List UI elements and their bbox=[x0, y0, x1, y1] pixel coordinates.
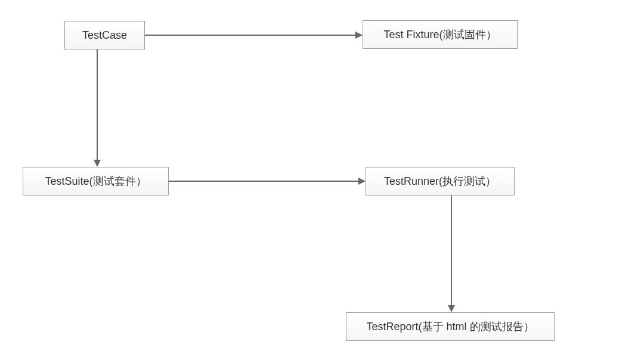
node-testreport: TestReport(基于 html 的测试报告） bbox=[346, 312, 555, 341]
arrowhead-testcase-to-testfixture bbox=[355, 32, 363, 39]
node-testcase: TestCase bbox=[64, 21, 145, 49]
node-label: TestRunner(执行测试） bbox=[384, 174, 496, 188]
node-label: TestSuite(测试套件） bbox=[45, 174, 146, 188]
node-label: TestReport(基于 html 的测试报告） bbox=[366, 319, 534, 334]
node-testrunner: TestRunner(执行测试） bbox=[366, 167, 515, 195]
arrowhead-testsuite-to-testrunner bbox=[358, 178, 366, 185]
arrow-testcase-to-testfixture bbox=[145, 35, 355, 36]
arrowhead-testrunner-to-testreport bbox=[448, 305, 455, 312]
node-label: Test Fixture(测试固件） bbox=[383, 27, 496, 42]
node-label: TestCase bbox=[82, 29, 127, 42]
arrow-testcase-to-testsuite bbox=[97, 49, 98, 160]
arrow-testsuite-to-testrunner bbox=[169, 181, 358, 182]
node-testsuite: TestSuite(测试套件） bbox=[23, 167, 169, 195]
arrowhead-testcase-to-testsuite bbox=[94, 160, 101, 167]
node-testfixture: Test Fixture(测试固件） bbox=[363, 20, 518, 49]
arrow-testrunner-to-testreport bbox=[451, 195, 452, 305]
